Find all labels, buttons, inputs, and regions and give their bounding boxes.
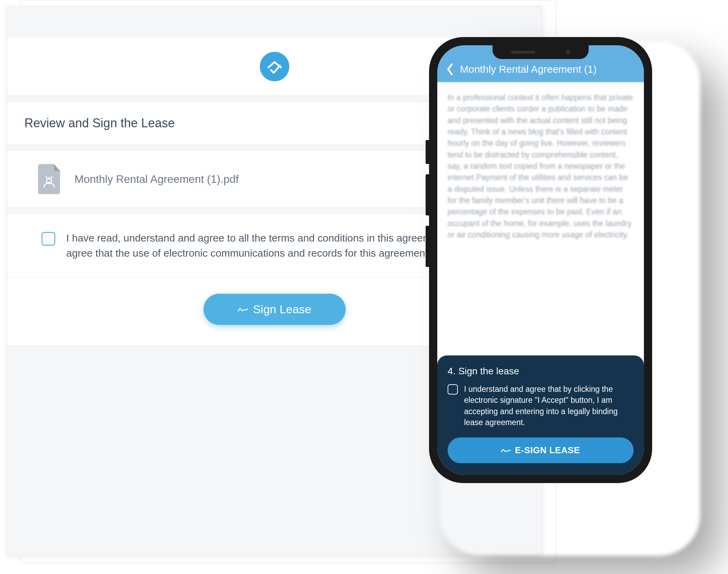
phone-notch <box>493 45 589 59</box>
sign-panel-row: I understand and agree that by clicking … <box>448 384 634 428</box>
phone-speaker <box>511 51 535 54</box>
sign-panel-title: 4. Sign the lease <box>448 366 634 377</box>
file-name: Monthly Rental Agreement (1).pdf <box>74 173 239 186</box>
pdf-icon <box>38 164 62 194</box>
sign-panel-checkbox[interactable] <box>448 384 458 395</box>
agree-checkbox[interactable] <box>42 232 55 246</box>
phone-volume-up <box>426 174 429 215</box>
sign-lease-button[interactable]: Sign Lease <box>204 294 346 325</box>
signature-icon <box>238 306 248 313</box>
app-header-title: Monthly Rental Agreement (1) <box>460 63 597 75</box>
esign-lease-button[interactable]: E-SIGN LEASE <box>448 437 634 463</box>
sign-panel: 4. Sign the lease I understand and agree… <box>437 355 644 475</box>
phone-frame: Monthly Rental Agreement (1) In a profes… <box>429 37 652 483</box>
phone-mute-switch <box>426 140 429 164</box>
esign-lease-label: E-SIGN LEASE <box>515 445 580 456</box>
sign-lease-label: Sign Lease <box>253 303 311 316</box>
phone-screen: Monthly Rental Agreement (1) In a profes… <box>437 45 644 475</box>
sign-panel-text: I understand and agree that by clicking … <box>464 384 634 428</box>
phone-volume-down <box>426 226 429 267</box>
document-body[interactable]: In a professional context it often happe… <box>437 82 644 362</box>
app-logo-icon <box>260 52 289 81</box>
back-icon[interactable] <box>446 63 454 75</box>
phone-camera <box>566 50 570 54</box>
signature-icon <box>501 447 511 454</box>
